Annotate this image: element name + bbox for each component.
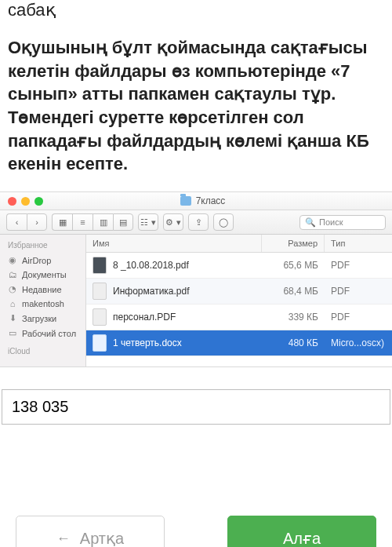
search-field[interactable]: 🔍 Поиск	[299, 215, 386, 230]
downloads-icon: ⬇	[8, 313, 17, 323]
question-text: Оқушының бұлт қоймасында сақтағысы келет…	[0, 25, 392, 191]
sidebar-item-label: Загрузки	[22, 314, 56, 323]
file-size: 480 КБ	[262, 334, 325, 352]
col-header-name[interactable]: Имя	[86, 235, 262, 252]
sidebar-heading-icloud: iCloud	[0, 345, 85, 359]
tags-button[interactable]: ◯	[213, 213, 234, 231]
sidebar-item-recents[interactable]: ◔ Недавние	[0, 282, 85, 297]
airdrop-icon: ◉	[8, 255, 17, 265]
file-name: 1 четверть.docx	[113, 337, 182, 348]
answer-input[interactable]	[2, 389, 390, 425]
sidebar-heading: Избранное	[0, 239, 85, 253]
close-icon[interactable]	[8, 197, 16, 206]
lesson-label: сабақ	[0, 0, 392, 25]
col-header-size[interactable]: Размер	[262, 235, 325, 252]
sidebar-item-home[interactable]: ⌂ makentosh	[0, 297, 85, 311]
file-icon	[93, 257, 107, 274]
finder-toolbar: ‹ › ▦ ≡ ▥ ▤ ☷ ▾ ⚙ ▾ ⇪ ◯ 🔍 Поиск	[0, 210, 392, 235]
file-icon	[93, 334, 107, 352]
file-icon	[93, 308, 107, 326]
sidebar-item-label: Недавние	[22, 285, 62, 294]
file-type: PDF	[325, 256, 392, 275]
sidebar-item-desktop[interactable]: ▭ Рабочий стол	[0, 326, 85, 341]
file-type: PDF	[325, 308, 392, 326]
recents-icon: ◔	[8, 284, 17, 294]
file-row-selected[interactable]: 1 четверть.docx 480 КБ Micro...oscx)	[86, 330, 392, 356]
file-size: 65,6 МБ	[262, 256, 325, 275]
desktop-icon: ▭	[8, 328, 17, 338]
sidebar-item-documents[interactable]: 🗂 Документы	[0, 268, 85, 282]
finder-window: 7класс ‹ › ▦ ≡ ▥ ▤ ☷ ▾ ⚙ ▾ ⇪ ◯ 🔍 Поиск И…	[0, 191, 392, 367]
file-name: 8 _10.08.2018.pdf	[113, 260, 189, 271]
view-list-button[interactable]: ≡	[72, 213, 93, 231]
file-row[interactable]: Информатика.pdf 68,4 МБ PDF	[86, 279, 392, 304]
file-row[interactable]: персонал.PDF 339 КБ PDF	[86, 304, 392, 330]
window-title: 7класс	[196, 195, 226, 206]
file-list-header: Имя Размер Тип	[86, 235, 392, 253]
file-name: Информатика.pdf	[113, 286, 190, 297]
sidebar-item-airdrop[interactable]: ◉ AirDrop	[0, 253, 85, 268]
arrange-button[interactable]: ☷ ▾	[138, 213, 158, 231]
sidebar-item-label: makentosh	[22, 299, 64, 308]
file-name: персонал.PDF	[113, 312, 176, 323]
view-column-button[interactable]: ▥	[93, 213, 113, 231]
back-button-label: Артқа	[80, 529, 124, 547]
search-placeholder: Поиск	[319, 217, 343, 227]
file-type: PDF	[325, 282, 392, 301]
documents-icon: 🗂	[8, 270, 17, 279]
forward-button-label: Алға	[283, 529, 321, 547]
nav-back-button[interactable]: ‹	[6, 213, 27, 231]
zoom-icon[interactable]	[34, 197, 43, 206]
file-list: Имя Размер Тип 8 _10.08.2018.pdf 65,6 МБ…	[86, 235, 392, 366]
col-header-type[interactable]: Тип	[325, 235, 392, 252]
back-button[interactable]: ← Артқа	[16, 516, 165, 547]
search-icon: 🔍	[305, 217, 316, 228]
sidebar-item-label: Рабочий стол	[22, 329, 76, 338]
window-controls	[8, 197, 43, 206]
sidebar-item-downloads[interactable]: ⬇ Загрузки	[0, 311, 85, 326]
action-button[interactable]: ⚙ ▾	[163, 213, 183, 231]
file-row[interactable]: 8 _10.08.2018.pdf 65,6 МБ PDF	[86, 253, 392, 279]
forward-button[interactable]: Алға	[227, 516, 376, 547]
folder-icon	[180, 196, 191, 206]
minimize-icon[interactable]	[21, 197, 30, 206]
arrow-left-icon: ←	[56, 531, 71, 547]
sidebar-item-label: AirDrop	[22, 256, 51, 265]
share-button[interactable]: ⇪	[188, 213, 209, 231]
file-type: Micro...oscx)	[325, 334, 392, 352]
sidebar-item-label: Документы	[22, 270, 67, 279]
finder-titlebar: 7класс	[0, 192, 392, 210]
file-icon	[93, 283, 107, 300]
file-size: 68,4 МБ	[262, 282, 325, 301]
home-icon: ⌂	[8, 299, 17, 308]
view-gallery-button[interactable]: ▤	[113, 213, 133, 231]
view-icon-button[interactable]: ▦	[52, 213, 72, 231]
finder-sidebar: Избранное ◉ AirDrop 🗂 Документы ◔ Недавн…	[0, 235, 86, 366]
file-size: 339 КБ	[262, 308, 325, 326]
nav-fwd-button[interactable]: ›	[27, 213, 47, 231]
